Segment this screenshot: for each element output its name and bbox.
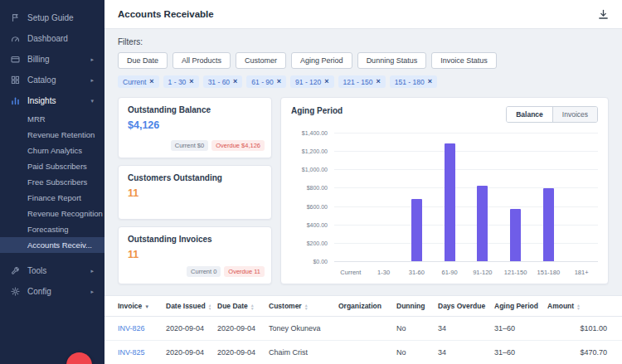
filter-chip-31-60: 31 - 60× bbox=[203, 75, 243, 88]
chart-title: Aging Period bbox=[291, 106, 343, 115]
filter-button-customer[interactable]: Customer bbox=[236, 52, 286, 69]
filter-chip-151-180: 151 - 180× bbox=[390, 75, 437, 88]
catalog-icon bbox=[11, 75, 21, 85]
sidebar-item-forecasting[interactable]: Forecasting bbox=[0, 221, 104, 237]
column-label: Dunning bbox=[396, 302, 425, 310]
summary-cards: Outstanding Balance$4,126Current $0Overd… bbox=[118, 97, 272, 284]
column-header-invoice[interactable]: Invoice▼ bbox=[104, 296, 159, 317]
filter-chips: Current×1 - 30×31 - 60×61 - 90×91 - 120×… bbox=[118, 75, 609, 88]
y-axis-label: $200.00 bbox=[307, 240, 328, 245]
chip-label: 121 - 150 bbox=[343, 78, 373, 86]
cell: 2020-09-04 bbox=[159, 317, 211, 341]
cell: $101.00 bbox=[541, 317, 622, 341]
cell: 2020-09-04 bbox=[211, 317, 262, 341]
cell: 34 bbox=[431, 341, 488, 364]
column-label: Organization bbox=[338, 302, 381, 310]
sidebar-item-churn-analytics[interactable]: Churn Analytics bbox=[0, 143, 104, 158]
filter-chip-current: Current× bbox=[118, 75, 159, 88]
sidebar-item-mrr[interactable]: MRR bbox=[0, 111, 104, 127]
filter-button-all-products[interactable]: All Products bbox=[173, 52, 231, 69]
sidebar-item-free-subscribers[interactable]: Free Subscribers bbox=[0, 174, 104, 190]
filter-button-dunning-status[interactable]: Dunning Status bbox=[357, 52, 427, 69]
bar-151-180[interactable] bbox=[543, 188, 554, 261]
bar-slot bbox=[433, 133, 466, 261]
remove-chip-icon[interactable]: × bbox=[149, 78, 153, 85]
cell: 2020-09-04 bbox=[211, 341, 262, 364]
sort-icon: ▲▼ bbox=[576, 303, 581, 310]
card-title: Outstanding Balance bbox=[128, 105, 262, 114]
remove-chip-icon[interactable]: × bbox=[233, 78, 237, 85]
toggle-balance[interactable]: Balance bbox=[507, 107, 552, 122]
bar-slot bbox=[334, 133, 367, 261]
chevron-down-icon: ▾ bbox=[90, 98, 94, 104]
badge-current-0: Current 0 bbox=[187, 266, 221, 277]
invoice-link[interactable]: INV-826 bbox=[118, 324, 145, 332]
sidebar-item-accounts-receiv[interactable]: Accounts Receiv... bbox=[0, 237, 104, 253]
chip-label: 151 - 180 bbox=[395, 78, 425, 86]
bar-91-120[interactable] bbox=[477, 186, 488, 261]
download-icon[interactable] bbox=[598, 9, 609, 20]
chevron-right-icon: ▸ bbox=[90, 268, 94, 274]
invoice-cell: INV-826 bbox=[104, 317, 159, 341]
column-label: Invoice bbox=[118, 302, 142, 310]
remove-chip-icon[interactable]: × bbox=[376, 78, 380, 85]
column-header-amount[interactable]: Amount▲▼ bbox=[541, 296, 622, 317]
column-header-date-issued[interactable]: Date Issued▲▼ bbox=[159, 296, 211, 317]
chevron-right-icon: ▸ bbox=[90, 56, 94, 63]
column-label: Date Issued bbox=[166, 302, 206, 310]
x-axis-label: 151-180 bbox=[532, 269, 566, 276]
sidebar-item-dashboard[interactable]: Dashboard bbox=[0, 28, 104, 49]
cell: 34 bbox=[431, 317, 488, 341]
sidebar-item-billing[interactable]: Billing▸ bbox=[0, 49, 104, 70]
remove-chip-icon[interactable]: × bbox=[428, 78, 432, 85]
bar-61-90[interactable] bbox=[445, 143, 455, 261]
sidebar-item-finance-report[interactable]: Finance Report bbox=[0, 190, 104, 206]
messenger-bubble[interactable] bbox=[66, 352, 92, 364]
invoice-link[interactable]: INV-825 bbox=[118, 348, 145, 357]
x-axis-label: 61-90 bbox=[433, 269, 466, 276]
column-header-customer[interactable]: Customer▲▼ bbox=[262, 296, 332, 317]
y-axis-label: $600.00 bbox=[307, 203, 328, 209]
toggle-invoices[interactable]: Invoices bbox=[552, 107, 597, 122]
sidebar-item-paid-subscribers[interactable]: Paid Subscribers bbox=[0, 158, 104, 174]
remove-chip-icon[interactable]: × bbox=[189, 78, 193, 85]
table-row: INV-8252020-09-042020-09-04Chaim CristNo… bbox=[104, 341, 622, 364]
column-header-days-overdue[interactable]: Days Overdue▲▼ bbox=[431, 296, 488, 317]
column-header-due-date[interactable]: Due Date▲▼ bbox=[211, 296, 262, 317]
x-axis-label: 91-120 bbox=[466, 269, 499, 276]
x-axis-label: Current bbox=[334, 269, 367, 276]
cell bbox=[332, 341, 390, 364]
sidebar-item-catalog[interactable]: Catalog▸ bbox=[0, 70, 104, 90]
filter-button-aging-period[interactable]: Aging Period bbox=[291, 52, 352, 69]
sidebar-item-tools[interactable]: Tools▸ bbox=[0, 260, 104, 281]
gridline bbox=[334, 261, 598, 262]
remove-chip-icon[interactable]: × bbox=[277, 78, 281, 85]
filter-button-due-date[interactable]: Due Date bbox=[118, 52, 168, 69]
invoice-cell: INV-825 bbox=[104, 341, 159, 364]
chevron-right-icon: ▸ bbox=[90, 289, 94, 295]
sidebar-item-revenue-recognition[interactable]: Revenue Recognition bbox=[0, 206, 104, 221]
invoices-table-section: Invoice▼Date Issued▲▼Due Date▲▼Customer▲… bbox=[104, 295, 622, 364]
filters-section: Filters: Due DateAll ProductsCustomerAgi… bbox=[104, 29, 622, 88]
card-badges: Current 0Overdue 11 bbox=[187, 266, 265, 277]
bar-slot bbox=[401, 133, 434, 261]
bar-121-150[interactable] bbox=[510, 209, 521, 261]
column-header-aging-period[interactable]: Aging Period▲▼ bbox=[488, 296, 541, 317]
sort-icon: ▲▼ bbox=[208, 303, 211, 310]
bar-31-60[interactable] bbox=[411, 199, 422, 261]
cell: 31–60 bbox=[488, 317, 541, 341]
filter-button-invoice-status[interactable]: Invoice Status bbox=[431, 52, 497, 69]
bar-chart: $1,400.00$1,200.00$1,000.00$800.00$600.0… bbox=[291, 133, 598, 261]
sidebar-item-label: Catalog bbox=[27, 75, 56, 85]
cell bbox=[332, 317, 390, 341]
card-outstanding-balance: Outstanding Balance$4,126Current $0Overd… bbox=[118, 97, 272, 158]
y-axis-label: $0.00 bbox=[313, 259, 328, 265]
sidebar-item-insights[interactable]: Insights▾ bbox=[0, 90, 104, 111]
chip-label: Current bbox=[123, 78, 146, 86]
remove-chip-icon[interactable]: × bbox=[324, 78, 328, 85]
sidebar-item-revenue-retention[interactable]: Revenue Retention bbox=[0, 127, 104, 143]
sidebar-item-label: Setup Guide bbox=[27, 13, 74, 22]
sidebar-item-config[interactable]: Config▸ bbox=[0, 281, 104, 302]
filter-buttons: Due DateAll ProductsCustomerAging Period… bbox=[118, 52, 609, 69]
sidebar-item-setup-guide[interactable]: Setup Guide bbox=[0, 7, 104, 28]
